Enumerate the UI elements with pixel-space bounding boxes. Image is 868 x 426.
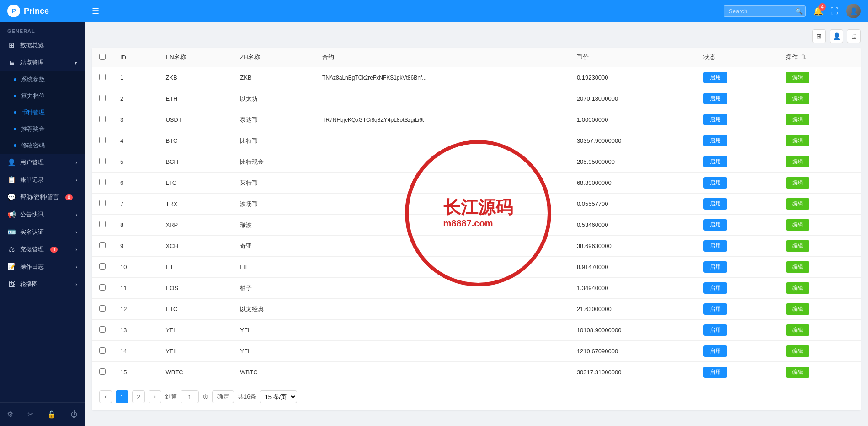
sidebar-item-site-mgmt[interactable]: 🖥 站点管理 ▾ bbox=[0, 54, 85, 71]
edit-button[interactable]: 编辑 bbox=[786, 135, 809, 146]
edit-button[interactable]: 编辑 bbox=[786, 261, 809, 273]
print-button[interactable]: 🖨 bbox=[847, 29, 861, 43]
row-checkbox[interactable] bbox=[99, 95, 106, 101]
sort-icon[interactable]: ⇅ bbox=[801, 54, 806, 60]
enable-button[interactable]: 启用 bbox=[703, 240, 727, 252]
goto-confirm-button[interactable]: 确定 bbox=[212, 390, 234, 403]
avatar[interactable]: 👤 bbox=[846, 4, 861, 18]
row-checkbox[interactable] bbox=[99, 305, 106, 312]
row-checkbox[interactable] bbox=[99, 284, 106, 291]
edit-button[interactable]: 编辑 bbox=[786, 219, 809, 231]
row-checkbox[interactable] bbox=[99, 347, 106, 354]
sidebar-item-withdraw[interactable]: ⚖ 充提管理 0 › bbox=[0, 241, 85, 258]
page-2-button[interactable]: 2 bbox=[132, 390, 145, 403]
settings-icon[interactable]: ⚙ bbox=[4, 407, 16, 421]
prev-page-button[interactable]: ‹ bbox=[99, 390, 112, 403]
td-operations: 编辑 bbox=[778, 341, 861, 362]
sub-label-recommend: 推荐奖金 bbox=[21, 125, 45, 133]
lock-icon[interactable]: 🔒 bbox=[44, 407, 59, 421]
enable-button[interactable]: 启用 bbox=[703, 219, 727, 231]
sidebar-item-help[interactable]: 💬 帮助/资料/留言 0 bbox=[0, 189, 85, 206]
chevron-right-icon: › bbox=[75, 160, 77, 165]
goto-input[interactable] bbox=[181, 390, 199, 403]
sub-item-sys-params[interactable]: 系统参数 bbox=[0, 71, 85, 88]
td-contract bbox=[315, 257, 570, 278]
enable-button[interactable]: 启用 bbox=[703, 198, 727, 210]
sub-item-recommend[interactable]: 推荐奖金 bbox=[0, 121, 85, 137]
notification-button[interactable]: 🔔 4 bbox=[813, 6, 823, 16]
enable-button[interactable]: 启用 bbox=[703, 72, 727, 83]
sub-item-hashrate[interactable]: 算力档位 bbox=[0, 88, 85, 104]
enable-button[interactable]: 启用 bbox=[703, 282, 727, 294]
row-checkbox[interactable] bbox=[99, 74, 106, 80]
sidebar-item-account-log[interactable]: 📋 账单记录 › bbox=[0, 171, 85, 189]
td-id: 11 bbox=[113, 278, 158, 299]
row-checkbox[interactable] bbox=[99, 221, 106, 227]
per-page-select[interactable]: 15 条/页 20 条/页 50 条/页 bbox=[260, 390, 297, 403]
scissors-icon[interactable]: ✂ bbox=[25, 407, 36, 421]
search-box[interactable]: 🔍 bbox=[724, 5, 806, 17]
row-checkbox[interactable] bbox=[99, 179, 106, 185]
menu-toggle-button[interactable]: ☰ bbox=[92, 6, 99, 16]
enable-button[interactable]: 启用 bbox=[703, 303, 727, 315]
row-checkbox[interactable] bbox=[99, 200, 106, 206]
row-checkbox[interactable] bbox=[99, 326, 106, 333]
edit-button[interactable]: 编辑 bbox=[786, 93, 809, 104]
row-checkbox[interactable] bbox=[99, 137, 106, 143]
row-checkbox[interactable] bbox=[99, 263, 106, 270]
edit-button[interactable]: 编辑 bbox=[786, 240, 809, 252]
edit-button[interactable]: 编辑 bbox=[786, 303, 809, 315]
row-checkbox[interactable] bbox=[99, 116, 106, 122]
td-contract bbox=[315, 173, 570, 194]
td-checkbox bbox=[92, 151, 113, 173]
sidebar-item-dashboard[interactable]: ⊞ 数据总览 bbox=[0, 37, 85, 54]
edit-button[interactable]: 编辑 bbox=[786, 198, 809, 210]
enable-button[interactable]: 启用 bbox=[703, 324, 727, 336]
td-contract bbox=[315, 151, 570, 173]
row-checkbox[interactable] bbox=[99, 242, 106, 248]
search-input[interactable] bbox=[729, 8, 793, 15]
sidebar-item-carousel[interactable]: 🖼 轮播图 › bbox=[0, 275, 85, 293]
next-page-button[interactable]: › bbox=[149, 390, 161, 403]
oplog-icon: 📝 bbox=[7, 263, 16, 271]
enable-button[interactable]: 启用 bbox=[703, 114, 727, 125]
edit-button[interactable]: 编辑 bbox=[786, 345, 809, 357]
sub-item-coin-mgmt[interactable]: 币种管理 bbox=[0, 104, 85, 121]
enable-button[interactable]: 启用 bbox=[703, 177, 727, 189]
sidebar-item-notice[interactable]: 📢 公告快讯 › bbox=[0, 206, 85, 223]
power-icon[interactable]: ⏻ bbox=[68, 408, 80, 421]
enable-button[interactable]: 启用 bbox=[703, 367, 727, 378]
sidebar-label-help: 帮助/资料/留言 bbox=[20, 193, 59, 201]
enable-button[interactable]: 启用 bbox=[703, 93, 727, 104]
edit-button[interactable]: 编辑 bbox=[786, 156, 809, 167]
edit-button[interactable]: 编辑 bbox=[786, 367, 809, 378]
sidebar-label-kyc: 实名认证 bbox=[20, 228, 44, 236]
td-status: 启用 bbox=[696, 299, 778, 320]
sub-item-change-pwd[interactable]: 修改密码 bbox=[0, 137, 85, 154]
expand-icon: ⛶ bbox=[831, 6, 839, 16]
td-en: EOS bbox=[158, 278, 233, 299]
sub-label-sys-params: 系统参数 bbox=[21, 75, 45, 84]
edit-button[interactable]: 编辑 bbox=[786, 282, 809, 294]
td-zh: 以太经典 bbox=[233, 299, 315, 320]
sidebar-item-user-mgmt[interactable]: 👤 用户管理 › bbox=[0, 154, 85, 171]
enable-button[interactable]: 启用 bbox=[703, 156, 727, 167]
edit-button[interactable]: 编辑 bbox=[786, 114, 809, 125]
monitor-icon: 🖥 bbox=[7, 59, 16, 67]
enable-button[interactable]: 启用 bbox=[703, 345, 727, 357]
enable-button[interactable]: 启用 bbox=[703, 135, 727, 146]
edit-button[interactable]: 编辑 bbox=[786, 72, 809, 83]
edit-button[interactable]: 编辑 bbox=[786, 324, 809, 336]
enable-button[interactable]: 启用 bbox=[703, 261, 727, 273]
sidebar-label-site-mgmt: 站点管理 bbox=[20, 59, 44, 67]
person-button[interactable]: 👤 bbox=[830, 29, 843, 43]
sidebar-item-oplog[interactable]: 📝 操作日志 › bbox=[0, 258, 85, 275]
row-checkbox[interactable] bbox=[99, 158, 106, 164]
select-all-checkbox[interactable] bbox=[99, 54, 106, 60]
edit-button[interactable]: 编辑 bbox=[786, 177, 809, 189]
expand-button[interactable]: ⛶ bbox=[831, 6, 839, 16]
grid-view-button[interactable]: ⊞ bbox=[812, 29, 826, 43]
page-1-button[interactable]: 1 bbox=[116, 390, 128, 403]
row-checkbox[interactable] bbox=[99, 368, 106, 375]
sidebar-item-kyc[interactable]: 🪪 实名认证 › bbox=[0, 223, 85, 241]
